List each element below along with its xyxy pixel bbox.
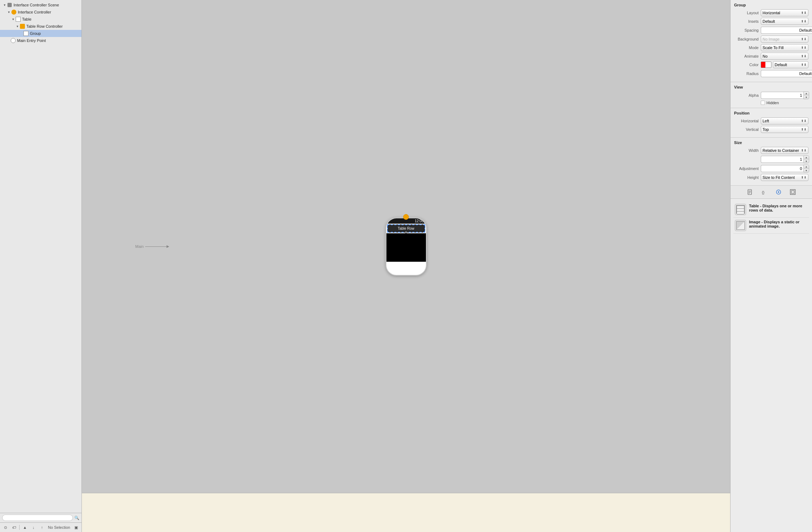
width-row: Width Relative to Container ⬆⬇ [734,147,808,154]
color-select[interactable]: Default ⬆⬇ [773,61,808,68]
spacing-label: Spacing [734,28,761,32]
layout-value: Horizontal [763,11,780,15]
scene-label: Interface Controller Scene [14,3,59,7]
insets-label: Insets [734,19,761,23]
image-icon-visual [736,221,745,230]
scene-header[interactable]: Interface Controller Scene [0,1,81,9]
alpha-control: ▲ ▼ [761,91,809,99]
horizontal-select[interactable]: Left ⬆⬇ [761,117,808,124]
animate-label: Animate [734,54,761,58]
watch-row-dot [405,232,407,233]
height-value: Size to Fit Content [763,175,795,180]
entry-label: Main Entry Point [17,38,46,43]
width-num-down[interactable]: ▼ [804,159,809,163]
sidebar-item-entry-point[interactable]: Main Entry Point [0,37,81,44]
radius-control: ▲ ▼ Custom [761,70,812,78]
alpha-input[interactable] [761,92,803,99]
tab-code[interactable]: {} [760,188,769,196]
entry-icon [11,38,16,43]
width-label: Width [734,148,761,153]
mode-control: Scale To Fill ⬆⬇ [761,44,808,51]
filter-button[interactable]: ⊙ [2,524,9,531]
sidebar-search: 🔍 [0,513,81,523]
up-alt-button[interactable]: ↑ [39,524,45,531]
tag-button[interactable]: 🏷 [11,524,17,531]
spacing-input[interactable] [761,27,812,34]
tab-file[interactable] [746,188,754,196]
color-label: Color [734,63,761,67]
animate-chevron: ⬆⬇ [801,54,807,58]
watch-table-row: Table Row [387,224,425,233]
watch-frame: 12:00 Table Row [386,218,427,276]
library-image-name-bold: Image [749,220,760,224]
svg-point-7 [778,191,779,193]
adjustment-down[interactable]: ▼ [804,169,809,172]
insets-select[interactable]: Default ⬆⬇ [761,18,808,25]
sidebar-item-interface-controller[interactable]: Interface Controller [0,9,81,16]
sidebar-item-table[interactable]: Table [0,16,81,23]
layout-chevron: ⬆⬇ [801,11,807,15]
library-item-table[interactable]: Table - Displays one or more rows of dat… [733,202,809,218]
controller-triangle [7,10,11,14]
height-select[interactable]: Size to Fit Content ⬆⬇ [761,174,808,181]
device-mockup: 12:00 Table Row [386,218,427,276]
svg-text:{}: {} [762,190,765,195]
sidebar-item-group[interactable]: Group [0,30,81,37]
radius-input[interactable] [761,70,812,77]
height-chevron: ⬆⬇ [801,176,807,179]
adjustment-up[interactable]: ▲ [804,165,809,169]
mode-select[interactable]: Scale To Fill ⬆⬇ [761,44,808,51]
vertical-select[interactable]: Top ⬆⬇ [761,126,808,133]
arrow-line [145,246,167,247]
row-controller-icon [20,24,25,29]
background-chevron: ⬆⬇ [801,37,807,41]
row-controller-triangle [16,25,19,28]
alpha-up[interactable]: ▲ [804,92,809,95]
tab-identity[interactable] [774,188,783,196]
sidebar-bottom: 🔍 ⊙ 🏷 ▲ ↓ ↑ No Selection ▣ [0,513,81,532]
row-controller-label: Table Row Controller [26,24,63,28]
square-button[interactable]: ▣ [73,524,79,531]
color-swatch[interactable] [761,62,771,68]
search-input[interactable] [2,515,73,521]
animate-select[interactable]: No ⬆⬇ [761,53,808,60]
width-num-stepper: ▲ ▼ [761,155,809,163]
hidden-checkbox[interactable] [761,101,765,105]
table-icon-visual [736,205,745,214]
mode-value: Scale To Fill [763,46,784,50]
sidebar-item-row-controller[interactable]: Table Row Controller [0,23,81,30]
sidebar-tree: Interface Controller Scene Interface Con… [0,0,81,513]
layout-label: Layout [734,11,761,15]
group-section-title: Group [734,3,808,7]
spacing-row: Spacing ▲ ▼ Custom [734,26,808,34]
mode-label: Mode [734,46,761,50]
no-selection-label: No Selection [47,525,71,530]
tab-size[interactable] [789,188,797,196]
library-image-name: Image - Displays a static or animated im… [749,220,808,228]
adjustment-input[interactable] [761,165,803,172]
library-item-image[interactable]: Image - Displays a static or animated im… [733,218,809,234]
spacing-control: ▲ ▼ Custom [761,26,812,34]
alpha-stepper-buttons: ▲ ▼ [803,91,809,99]
mode-row: Mode Scale To Fill ⬆⬇ [734,44,808,51]
group-icon [23,31,28,36]
insets-control: Default ⬆⬇ [761,18,808,25]
alpha-row: Alpha ▲ ▼ [734,91,808,99]
width-select[interactable]: Relative to Container ⬆⬇ [761,147,808,154]
background-select[interactable]: No Image ⬆⬇ [761,36,808,43]
color-control: Default ⬆⬇ [761,61,808,68]
width-num-input[interactable] [761,156,803,163]
width-num-up[interactable]: ▲ [804,156,809,159]
layout-select[interactable]: Horizontal ⬆⬇ [761,9,808,16]
alpha-down[interactable]: ▼ [804,95,809,99]
table-row-2 [737,209,744,212]
library-image-text: Image - Displays a static or animated im… [749,220,808,228]
mode-chevron: ⬆⬇ [801,46,807,49]
adjustment-row: Adjustment ▲ ▼ [734,165,808,172]
search-icon: 🔍 [74,516,79,520]
table-row-label: Table Row [398,227,415,230]
width-value: Relative to Container [763,148,799,153]
down-button[interactable]: ↓ [30,524,37,531]
up-button[interactable]: ▲ [22,524,28,531]
adjustment-label: Adjustment [734,166,761,171]
